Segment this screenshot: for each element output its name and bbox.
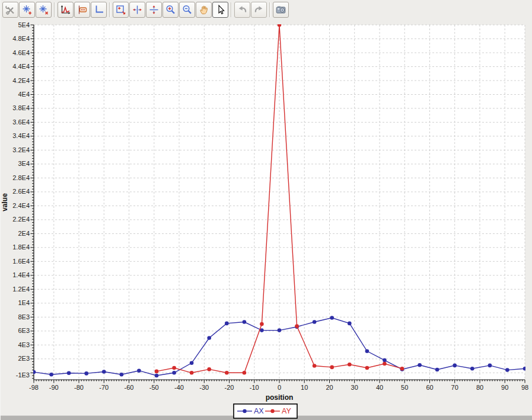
toolbar-button-zoom-out[interactable] <box>179 2 195 18</box>
data-point <box>225 371 229 375</box>
data-point <box>67 371 71 376</box>
toolbar-button-pan[interactable] <box>196 2 212 18</box>
data-point <box>295 324 299 328</box>
toolbar-button-plot-settings[interactable] <box>58 2 74 18</box>
x-tick-label: 80 <box>476 384 483 391</box>
data-point <box>172 366 176 370</box>
data-point <box>470 367 474 371</box>
x-tick-label: -90 <box>49 384 59 391</box>
toolbar-button-camera[interactable] <box>273 2 289 18</box>
data-point <box>313 320 317 324</box>
data-point <box>313 364 317 368</box>
x-tick-label: 98 <box>521 384 528 391</box>
data-point <box>505 368 509 372</box>
x-tick-label: -20 <box>225 384 234 391</box>
data-point <box>330 316 334 320</box>
x-tick-label: 70 <box>451 384 458 391</box>
data-point <box>348 363 352 367</box>
plot-area[interactable] <box>34 25 525 380</box>
y-tick-label: 3.6E4 <box>12 118 30 126</box>
x-tick-label: 30 <box>351 384 358 391</box>
tools-icon <box>5 4 16 15</box>
y-tick-label: 2E3 <box>18 355 30 362</box>
y-tick-label: 4.8E4 <box>12 35 30 42</box>
pointer-icon <box>215 4 226 15</box>
toolbar-separator <box>269 2 270 17</box>
toolbar-button-zoom-in[interactable] <box>163 2 179 18</box>
x-axis-title: position <box>266 393 294 402</box>
y-tick-label: 6E3 <box>18 327 30 334</box>
y-tick-label: 3.8E4 <box>12 104 30 111</box>
data-point <box>172 371 176 375</box>
x-tick-label: -60 <box>125 384 134 391</box>
y-tick-label: 5E4 <box>18 21 30 28</box>
chart: -98-90-80-70-60-50-40-30-20-100102030405… <box>1 19 532 420</box>
y-tick-label: 1.2E4 <box>12 286 30 293</box>
y-tick-label: -1E3 <box>16 371 30 379</box>
toolbar-button-zoom-box[interactable] <box>113 2 129 18</box>
y-tick-label: 3.2E4 <box>12 146 30 153</box>
y-tick-label: 4E3 <box>18 341 30 348</box>
toolbar <box>2 1 289 18</box>
y-tick-label: 2.2E4 <box>12 216 30 223</box>
legend[interactable]: AXAY <box>234 404 297 418</box>
x-tick-label: 10 <box>301 384 308 391</box>
y-tick-label: 3E4 <box>18 160 30 167</box>
toolbar-button-redo[interactable] <box>251 2 267 18</box>
data-point <box>278 328 282 332</box>
expand-horizontal-icon <box>132 4 143 15</box>
undo-icon <box>237 4 248 15</box>
label-icon <box>77 4 88 15</box>
data-point <box>243 371 247 375</box>
data-point <box>32 370 36 374</box>
data-point <box>102 370 106 374</box>
zoom-out-icon <box>181 4 193 15</box>
y-tick-labels: 5E44.8E44.6E44.4E44.2E44E43.8E43.6E43.4E… <box>12 21 30 379</box>
x-tick-labels: -98-90-80-70-60-50-40-30-20-100102030405… <box>29 384 528 391</box>
pan-icon <box>198 4 209 15</box>
x-tick-label: -30 <box>199 384 209 391</box>
toolbar-button-remove-cursor[interactable] <box>36 2 52 18</box>
data-point <box>453 364 457 368</box>
data-point <box>435 368 439 372</box>
legend-marker <box>243 409 246 413</box>
x-tick-label: 40 <box>376 384 383 391</box>
toolbar-button-expand-vertical[interactable] <box>146 2 162 18</box>
x-tick-label: 50 <box>401 384 408 391</box>
data-point <box>348 322 352 326</box>
data-point <box>418 363 422 367</box>
toolbar-button-axes[interactable] <box>91 2 107 18</box>
x-tick-label: -80 <box>74 384 84 391</box>
toolbar-button-label[interactable] <box>74 2 90 18</box>
toolbar-button-add-cursor[interactable] <box>19 2 35 18</box>
x-tick-label: 20 <box>326 384 333 391</box>
data-point <box>330 366 334 370</box>
x-tick-label: 0 <box>278 384 281 391</box>
y-tick-label: 4.4E4 <box>12 63 30 70</box>
y-tick-label: 2.4E4 <box>12 202 30 209</box>
x-tick-label: 90 <box>501 384 508 391</box>
data-point <box>190 371 194 375</box>
data-point <box>190 361 194 366</box>
toolbar-button-expand-horizontal[interactable] <box>129 2 145 18</box>
add-cursor-icon <box>21 4 33 15</box>
data-point <box>120 373 124 377</box>
data-point <box>365 350 369 354</box>
legend-label: AY <box>282 407 291 415</box>
toolbar-button-undo[interactable] <box>234 2 250 18</box>
data-point <box>155 370 159 374</box>
x-tick-label: -40 <box>174 384 184 391</box>
chart-canvas: -98-90-80-70-60-50-40-30-20-100102030405… <box>1 19 532 420</box>
y-tick-label: 3.4E4 <box>12 132 30 139</box>
toolbar-button-pointer[interactable] <box>212 2 228 18</box>
toolbar-separator <box>109 2 110 17</box>
data-point <box>523 367 527 371</box>
legend-label: AX <box>254 407 264 415</box>
y-tick-label: 8E3 <box>18 313 30 320</box>
camera-icon <box>275 4 286 15</box>
y-tick-label: 4.6E4 <box>12 49 30 56</box>
toolbar-button-tools[interactable] <box>2 2 18 18</box>
data-point <box>207 367 211 371</box>
data-point <box>207 336 211 340</box>
data-point <box>225 322 229 326</box>
